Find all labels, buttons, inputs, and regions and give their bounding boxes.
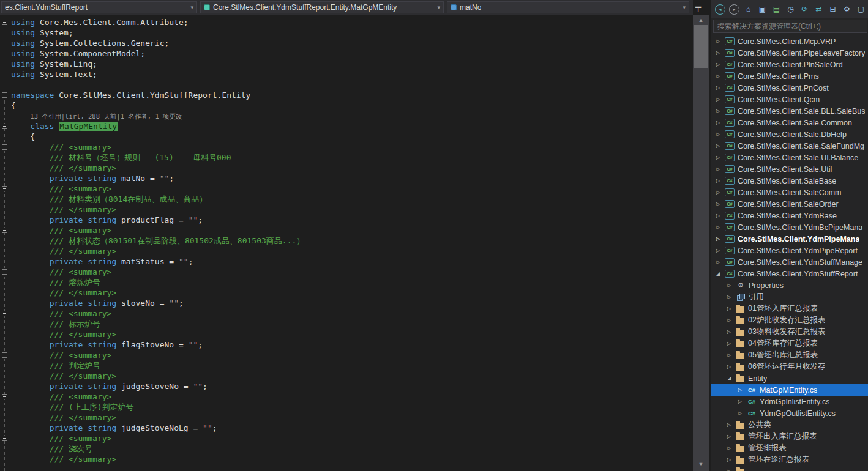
chevron-collapsed-icon[interactable]: ▷: [727, 457, 736, 462]
back-icon[interactable]: ◄: [715, 4, 725, 15]
project-dropdown[interactable]: es.Client.YdmStuffReport ▾: [1, 1, 197, 13]
code-line[interactable]: /// <summary>: [11, 308, 304, 319]
tree-item-YdmGpInlistEntity.cs[interactable]: ▷C#YdmGpInlistEntity.cs: [711, 396, 868, 407]
tree-item[interactable]: ▷: [711, 465, 868, 471]
chevron-collapsed-icon[interactable]: ▷: [727, 352, 736, 358]
chevron-collapsed-icon[interactable]: ▷: [727, 341, 736, 346]
outline-collapse-icon[interactable]: [2, 311, 7, 316]
tree-item-Core.StlMes.Client.Sale.Common[interactable]: ▷C#Core.StlMes.Client.Sale.Common: [711, 117, 868, 128]
outline-collapse-icon[interactable]: [2, 394, 7, 399]
code-line[interactable]: private string flagStoveNo = "";: [11, 339, 304, 350]
tree-item-Core.StlMes.Client.SaleComm[interactable]: ▷C#Core.StlMes.Client.SaleComm: [711, 187, 868, 198]
preview-selected-items-icon[interactable]: ▢: [856, 4, 866, 15]
outline-collapse-icon[interactable]: [2, 124, 7, 129]
code-line[interactable]: private string productFlag = "";: [11, 215, 304, 225]
chevron-collapsed-icon[interactable]: ▷: [716, 178, 725, 184]
show-all-files-icon[interactable]: ▤: [771, 4, 782, 15]
solution-search-input[interactable]: [713, 20, 867, 33]
chevron-collapsed-icon[interactable]: ▷: [716, 201, 725, 207]
outline-collapse-icon[interactable]: [2, 144, 7, 150]
tree-item-公共类[interactable]: ▷公共类: [711, 419, 868, 431]
tree-item-Core.StlMes.Client.PlnSaleOrd[interactable]: ▷C#Core.StlMes.Client.PlnSaleOrd: [711, 59, 868, 70]
chevron-collapsed-icon[interactable]: ▷: [716, 155, 725, 160]
tree-item-03物料收发存汇总报表[interactable]: ▷03物料收发存汇总报表: [711, 326, 868, 338]
code-line[interactable]: [11, 80, 304, 90]
code-line[interactable]: {: [11, 132, 304, 142]
code-line[interactable]: /// 浇次号: [11, 443, 304, 454]
editor-vertical-scrollbar[interactable]: ▲ ▼: [693, 15, 709, 471]
tree-item-引用[interactable]: ▷引用: [711, 291, 868, 303]
code-line[interactable]: /// 材料状态（801501在制品阶段、801502成品、801503商品..…: [11, 236, 304, 246]
code-line[interactable]: namespace Core.StlMes.Client.YdmStuffRep…: [11, 90, 304, 100]
code-line[interactable]: private string matNo = "";: [11, 173, 304, 184]
chevron-collapsed-icon[interactable]: ▷: [727, 294, 736, 300]
code-line[interactable]: /// </summary>: [11, 329, 304, 339]
code-line[interactable]: /// <summary>: [11, 184, 304, 194]
chevron-collapsed-icon[interactable]: ▷: [716, 108, 725, 114]
outline-collapse-icon[interactable]: [2, 186, 7, 191]
properties-icon[interactable]: ⚙: [842, 4, 852, 15]
chevron-collapsed-icon[interactable]: ▷: [716, 259, 725, 265]
tree-item-MatGpMEntity.cs[interactable]: ▷C#MatGpMEntity.cs: [711, 384, 868, 396]
tree-item-Core.StlMes.Client.Sale.DbHelp[interactable]: ▷C#Core.StlMes.Client.Sale.DbHelp: [711, 128, 868, 140]
scroll-up-icon[interactable]: ▲: [693, 17, 709, 23]
chevron-collapsed-icon[interactable]: ▷: [716, 236, 725, 242]
code-line[interactable]: /// <summary>: [11, 142, 304, 152]
tree-item-Core.StlMes.Client.YdmStuffReport[interactable]: ◢C#Core.StlMes.Client.YdmStuffReport: [711, 268, 868, 280]
code-line[interactable]: 13 个引用|lirl, 288 天前|1 名作者, 1 项更改: [11, 111, 304, 121]
tree-item-05管坯出库汇总报表[interactable]: ▷05管坯出库汇总报表: [711, 349, 868, 361]
chevron-collapsed-icon[interactable]: ▷: [716, 120, 725, 125]
chevron-collapsed-icon[interactable]: ▷: [727, 306, 736, 311]
tree-item-02炉批收发存汇总报表[interactable]: ▷02炉批收发存汇总报表: [711, 314, 868, 326]
tree-item-01管坯入库汇总报表[interactable]: ▷01管坯入库汇总报表: [711, 303, 868, 314]
outline-collapse-icon[interactable]: [2, 228, 7, 233]
code-line[interactable]: /// <summary>: [11, 267, 304, 277]
code-line[interactable]: {: [11, 100, 304, 111]
tree-item-Core.StlMes.Client.YdmBcPipeMana[interactable]: ▷C#Core.StlMes.Client.YdmBcPipeMana: [711, 221, 868, 233]
code-line[interactable]: using System;: [11, 28, 304, 38]
code-line[interactable]: class MatGpMEntity: [11, 121, 304, 132]
outline-collapse-icon[interactable]: [2, 436, 7, 441]
outline-collapse-icon[interactable]: [2, 20, 7, 25]
code-line[interactable]: private string judgeStoveNo = "";: [11, 381, 304, 391]
chevron-collapsed-icon[interactable]: ▷: [716, 190, 725, 195]
tree-item-Core.StlMes.Client.Sale.SaleFundMg[interactable]: ▷C#Core.StlMes.Client.Sale.SaleFundMg: [711, 140, 868, 152]
code-line[interactable]: using System.Linq;: [11, 59, 304, 69]
code-line[interactable]: using System.Collections.Generic;: [11, 38, 304, 48]
tree-item-Core.StlMes.Client.Qcm[interactable]: ▷C#Core.StlMes.Client.Qcm: [711, 94, 868, 105]
code-line[interactable]: /// </summary>: [11, 412, 304, 423]
chevron-collapsed-icon[interactable]: ▷: [716, 62, 725, 67]
tree-item-Core.StlMes.Client.Sale.UI.Balance[interactable]: ▷C#Core.StlMes.Client.Sale.UI.Balance: [711, 152, 868, 163]
code-line[interactable]: private string stoveNo = "";: [11, 298, 304, 308]
code-line[interactable]: /// 材料号（坯号）规则---(15)----母料号000: [11, 152, 304, 163]
tree-item-06管坯运行年月收发存[interactable]: ▷06管坯运行年月收发存: [711, 361, 868, 373]
sync-with-active-document-icon[interactable]: ⇄: [814, 4, 824, 15]
chevron-collapsed-icon[interactable]: ▷: [727, 329, 736, 335]
code-line[interactable]: using Core.Mes.Client.Comm.Attribute;: [11, 17, 304, 28]
tree-item-Core.StlMes.Client.YdmPipeMana[interactable]: ▷C#Core.StlMes.Client.YdmPipeMana: [711, 233, 868, 245]
code-line[interactable]: using System.ComponentModel;: [11, 48, 304, 59]
code-line[interactable]: /// <summary>: [11, 391, 304, 402]
code-line[interactable]: /// 判定炉号: [11, 360, 304, 371]
chevron-expanded-icon[interactable]: ◢: [716, 271, 725, 276]
chevron-collapsed-icon[interactable]: ▷: [716, 97, 725, 102]
code-line[interactable]: /// (上工序)判定炉号: [11, 402, 304, 412]
tree-item-Core.StlMes.Client.Sale.BLL.SaleBus[interactable]: ▷C#Core.StlMes.Client.Sale.BLL.SaleBus: [711, 105, 868, 117]
chevron-collapsed-icon[interactable]: ▷: [716, 224, 725, 230]
home-icon[interactable]: ⌂: [743, 4, 754, 15]
chevron-collapsed-icon[interactable]: ▷: [727, 317, 736, 323]
chevron-collapsed-icon[interactable]: ▷: [716, 166, 725, 172]
tree-item-Core.StlMes.Client.PnCost[interactable]: ▷C#Core.StlMes.Client.PnCost: [711, 82, 868, 94]
scroll-down-icon[interactable]: ▼: [693, 461, 709, 467]
code-line[interactable]: /// </summary>: [11, 287, 304, 298]
chevron-collapsed-icon[interactable]: ▷: [716, 143, 725, 149]
refresh-icon[interactable]: ⟳: [799, 4, 810, 15]
tree-item-04管坯库存汇总报表[interactable]: ▷04管坯库存汇总报表: [711, 338, 868, 349]
code-line[interactable]: /// </summary>: [11, 454, 304, 464]
chevron-collapsed-icon[interactable]: ▷: [738, 410, 747, 416]
outline-collapse-icon[interactable]: [2, 92, 7, 98]
tree-item-管坯排报表[interactable]: ▷管坯排报表: [711, 442, 868, 454]
tree-item-管坯在途汇总报表[interactable]: ▷管坯在途汇总报表: [711, 454, 868, 465]
tree-item-YdmGpOutlistEntity.cs[interactable]: ▷C#YdmGpOutlistEntity.cs: [711, 407, 868, 419]
tree-item-Core.StlMes.Client.Pms[interactable]: ▷C#Core.StlMes.Client.Pms: [711, 70, 868, 82]
